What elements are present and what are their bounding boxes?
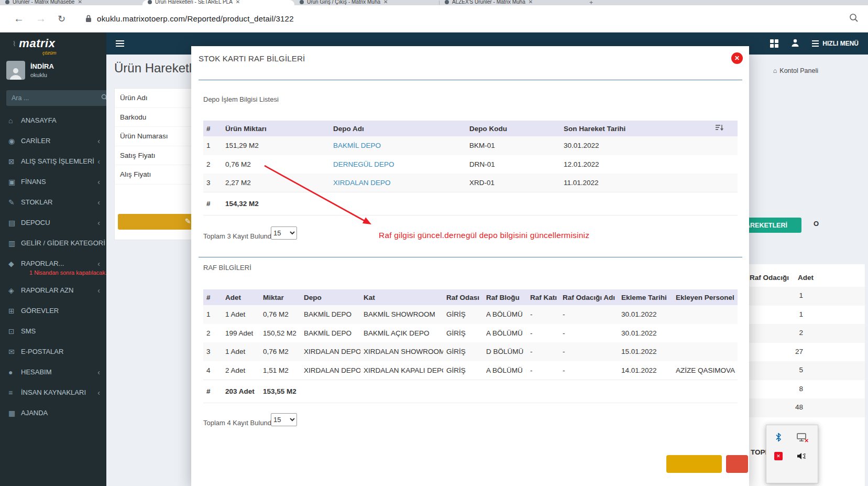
search-icon: [101, 94, 106, 102]
column-header[interactable]: Raf Odası: [443, 289, 483, 305]
search-button[interactable]: [101, 90, 106, 106]
disconnected-red-icon[interactable]: ✕: [773, 450, 784, 462]
chevron-left-icon: ‹: [97, 157, 100, 166]
column-header[interactable]: Raf Katı: [527, 289, 559, 305]
raf-bilgileri-table: # Adet Miktar Depo Kat Raf Odası Raf Blo…: [203, 289, 738, 403]
quick-menu-button[interactable]: HIZLI MENÜ: [812, 40, 859, 47]
column-header[interactable]: Kat: [360, 289, 443, 305]
column-header[interactable]: Depo Kodu: [466, 121, 561, 136]
tab-close-icon[interactable]: ✕: [236, 0, 240, 5]
sidebar-item-sms[interactable]: ⊡SMS: [0, 321, 106, 341]
sidebar-item-alis-satis[interactable]: ⊠ALIŞ SATIŞ İŞLEMLERİ‹: [0, 151, 106, 171]
chevron-left-icon: ‹: [97, 368, 100, 376]
page-size-select[interactable]: 15: [271, 226, 297, 240]
browser-tab-4[interactable]: ALZEX'S Ürünler - Matrix Müha ✕: [440, 0, 585, 5]
breadcrumb-label: Kontol Paneli: [779, 67, 818, 74]
back-icon[interactable]: ←: [14, 13, 24, 25]
table-cell: [673, 342, 738, 361]
breadcrumb[interactable]: ⌂ Kontol Paneli: [773, 67, 818, 74]
sidebar-item-hesabim[interactable]: ●HESABIM‹: [0, 362, 106, 382]
tab-close-icon[interactable]: ✕: [529, 0, 533, 5]
sidebar-item-stoklar[interactable]: ✎STOKLAR‹: [0, 192, 106, 212]
tab-favicon: [148, 0, 152, 4]
table-cell: AZİZE QASIMOVA: [673, 361, 738, 380]
sidebar-item-raporlar[interactable]: ◆RAPORLAR...‹ 1 Nisandan sonra kapatılac…: [0, 253, 106, 280]
modal-close-button[interactable]: ✕: [731, 52, 743, 64]
truncated-button-fragment[interactable]: O: [814, 220, 819, 228]
bluetooth-icon[interactable]: [773, 431, 784, 443]
depo-link[interactable]: BAKMİL DEPO: [333, 142, 381, 149]
sidebar-item-gelir-gider[interactable]: ▥GELİR / GİDER KATEGORİ: [0, 233, 106, 253]
network-disconnected-icon[interactable]: ✕: [796, 431, 807, 443]
sidebar-item-epostalar[interactable]: ✉E-POSTALAR: [0, 341, 106, 362]
modal-footer-close-button[interactable]: [726, 455, 748, 473]
modal-footer-primary-button[interactable]: [666, 455, 722, 473]
table-header-row: # Ürün Miktarı Depo Adı Depo Kodu Son Ha…: [203, 121, 738, 136]
column-header[interactable]: Raf Odacığı Adı: [559, 289, 618, 305]
chevron-left-icon: ‹: [97, 286, 100, 295]
table-cell: 3: [203, 174, 222, 192]
sidebar-item-label: GELİR / GİDER KATEGORİ: [21, 239, 105, 247]
table-cell: XRD-01: [466, 174, 561, 192]
adet-value: 1: [787, 291, 803, 299]
speaker-icon[interactable]: [796, 450, 807, 462]
sidebar-item-ajanda[interactable]: ▦AJANDA: [0, 403, 106, 423]
zoom-icon[interactable]: [849, 13, 859, 25]
column-header-raf-odacigi[interactable]: Raf Odacığı: [750, 274, 789, 282]
reload-icon[interactable]: ↻: [58, 13, 65, 25]
table-cell: 0,76 M2: [260, 342, 301, 361]
sidebar-item-label: ALIŞ SATIŞ İŞLEMLERİ: [21, 157, 94, 165]
summary-row: 8: [743, 380, 865, 399]
column-header[interactable]: Depo Adı: [330, 121, 466, 136]
sidebar-menu: ⌂ANASAYFA ◉CARİLER‹ ⊠ALIŞ SATIŞ İŞLEMLER…: [0, 110, 106, 423]
sidebar-item-gorevler[interactable]: ⊞GÖREVLER: [0, 300, 106, 321]
column-header[interactable]: #: [203, 121, 222, 136]
table-cell: XIRDALAN DEPO: [301, 361, 360, 380]
adet-value: 27: [787, 348, 803, 355]
column-header[interactable]: #: [203, 289, 222, 305]
depo-link[interactable]: DERNEGÜL DEPO: [333, 160, 394, 168]
column-header[interactable]: Adet: [222, 289, 260, 305]
browser-tab-3[interactable]: Ürün Giriş / Çıkış - Matrix Müha ✕: [294, 0, 439, 5]
table-row: 1 1 Adet 0,76 M2 BAKMİL DEPO BAKMİL SHOW…: [203, 305, 738, 324]
column-header[interactable]: Son Hareket Tarihi: [561, 121, 712, 136]
sidebar-toggle-icon[interactable]: [116, 40, 124, 47]
column-header[interactable]: Depo: [301, 289, 360, 305]
sidebar-item-finans[interactable]: ▣FİNANS‹: [0, 171, 106, 192]
sidebar-item-depocu[interactable]: ▤DEPOCU‹: [0, 212, 106, 233]
url-text[interactable]: okuklu.matrixotoerp.com/Reported/product…: [97, 14, 294, 23]
column-header[interactable]: Ürün Miktarı: [222, 121, 330, 136]
tab-close-icon[interactable]: ✕: [383, 0, 388, 5]
forward-icon[interactable]: →: [36, 13, 46, 25]
browser-tab-1[interactable]: Ürünler - Matrix Mühasebe ✕: [0, 0, 142, 5]
user-icon[interactable]: [791, 38, 799, 49]
column-header[interactable]: Raf Bloğu: [483, 289, 527, 305]
sidebar-item-anasayfa[interactable]: ⌂ANASAYFA: [0, 110, 106, 131]
user-panel: İNDİRA okuklu: [0, 55, 106, 85]
column-header[interactable]: Miktar: [260, 289, 301, 305]
new-tab-button[interactable]: +: [585, 0, 597, 5]
page-size-select[interactable]: 15: [271, 413, 297, 426]
depo-link[interactable]: XIRDALAN DEPO: [333, 179, 391, 187]
table-cell: 2: [203, 155, 222, 174]
browser-tab-2-active[interactable]: Ürün Hareketleri - SETAREL PLA ✕: [142, 0, 294, 5]
sidebar-item-raporlar-azn[interactable]: ◈RAPORLAR AZN‹: [0, 280, 106, 300]
table-cell: 0,76 M2: [260, 305, 301, 324]
summary-row: 2: [743, 324, 865, 343]
column-header-adet[interactable]: Adet: [798, 274, 814, 282]
column-header[interactable]: Ekleyen Personel: [673, 289, 738, 305]
column-header-sort[interactable]: [712, 121, 738, 136]
table-cell: GİRİŞ: [443, 342, 483, 361]
tab-close-icon[interactable]: ✕: [78, 0, 82, 5]
total-label: #: [203, 380, 222, 403]
sidebar-item-cariler[interactable]: ◉CARİLER‹: [0, 131, 106, 151]
sidebar-item-insan-kaynaklari[interactable]: ≡İNSAN KAYNAKLARI‹: [0, 382, 106, 403]
table-cell: -: [527, 305, 559, 324]
column-header[interactable]: Ekleme Tarihi: [618, 289, 673, 305]
table-row: 1 151,29 M2 BAKMİL DEPO BKM-01 30.01.202…: [203, 136, 738, 155]
search-input[interactable]: [6, 90, 101, 106]
lock-icon[interactable]: [85, 15, 92, 23]
grid-icon[interactable]: [770, 39, 778, 48]
table-cell: 0,76 M2: [222, 155, 330, 174]
table-cell: -: [527, 342, 559, 361]
